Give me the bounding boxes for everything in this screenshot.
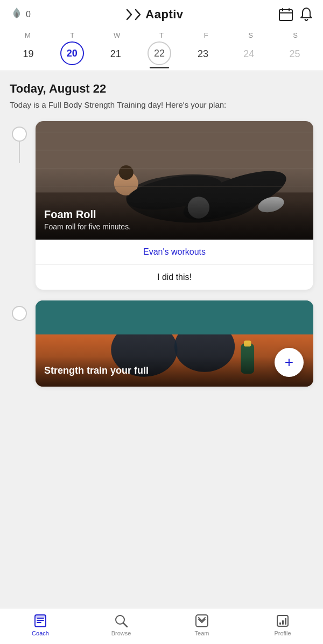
flame-icon [11,8,23,22]
day-mon: M [13,31,41,39]
timeline-item-1: Foam Roll Foam roll for five minutes. Ev… [10,121,313,290]
day-tue1: T [58,31,86,39]
card-1-title: Foam Roll [44,208,305,221]
today-description: Today is a Full Body Strength Training d… [10,99,313,110]
svg-rect-0 [279,10,292,20]
date-21[interactable]: 21 [102,41,130,66]
fab-button[interactable]: + [275,348,304,377]
nav-item-profile[interactable]: Profile [242,614,323,636]
today-title: Today, August 22 [10,82,313,96]
nav-label-coach: Coach [32,630,49,636]
nav-label-team: Team [195,630,209,636]
nav-label-browse: Browse [111,630,131,636]
card-2-image[interactable]: Strength train your full [36,300,313,387]
calendar-date-row: 19 20 21 22 23 24 25 [5,41,318,71]
day-sun: S [281,31,309,39]
date-20[interactable]: 20 [60,41,84,65]
notification-icon[interactable] [300,8,312,22]
timeline-dot-1 [12,127,27,142]
svg-rect-35 [279,622,281,625]
svg-rect-36 [282,620,284,625]
card-1-link[interactable]: Evan's workouts [36,240,313,265]
header-actions [279,8,312,22]
header-left: 0 [11,8,31,22]
timeline: Foam Roll Foam roll for five minutes. Ev… [10,121,313,397]
date-22[interactable]: 22 [148,41,171,65]
card-1-action-text: I did this! [157,272,192,282]
nav-item-browse[interactable]: Browse [81,614,162,636]
team-icon [195,614,209,628]
card-2-title: Strength train your full [44,365,305,376]
day-fri: F [192,31,220,39]
browse-icon [114,614,128,628]
day-sat: S [237,31,265,39]
svg-line-32 [123,623,127,627]
card-1-link-text: Evan's workouts [143,247,206,256]
card-1-image[interactable]: Foam Roll Foam roll for five minutes. [36,121,313,240]
timeline-item-2: Strength train your full + [10,300,313,387]
card-2-overlay: Strength train your full [36,356,313,387]
timeline-line-1 [19,142,20,163]
timeline-dot-col-1 [10,121,29,163]
date-24[interactable]: 24 [235,41,263,66]
timeline-dot-col-2 [10,300,29,321]
card-1-overlay: Foam Roll Foam roll for five minutes. [36,200,313,240]
nav-item-team[interactable]: Team [162,614,242,636]
calendar: M T W T F S S 19 20 21 22 23 24 25 [0,27,323,71]
profile-icon [276,614,290,628]
card-1-subtitle: Foam roll for five minutes. [44,222,305,231]
date-25[interactable]: 25 [280,41,308,66]
card-1: Foam Roll Foam roll for five minutes. Ev… [36,121,313,290]
calendar-day-names: M T W T F S S [5,31,318,41]
app-logo: Aaptiv [126,8,183,22]
app-name: Aaptiv [145,8,183,22]
svg-rect-30 [35,615,46,618]
date-23[interactable]: 23 [189,41,217,66]
timeline-dot-2 [12,306,27,321]
date-underline [150,67,169,68]
day-wed: W [103,31,131,39]
calendar-icon[interactable] [279,8,293,21]
card-2: Strength train your full + [36,300,313,387]
svg-rect-37 [285,618,286,625]
coach-icon [33,614,47,628]
bottom-navigation: Coach Browse Team Profile [0,608,323,644]
card-1-action[interactable]: I did this! [36,265,313,290]
main-content: Today, August 22 Today is a Full Body St… [0,71,323,408]
nav-item-coach[interactable]: Coach [0,614,81,636]
nav-label-profile: Profile [274,630,291,636]
day-thu: T [148,31,175,39]
fab-icon: + [285,355,293,370]
flame-count: 0 [26,10,31,19]
aaptiv-logo-icon [126,9,141,20]
header: 0 Aaptiv [0,0,323,27]
date-19[interactable]: 19 [15,41,43,66]
